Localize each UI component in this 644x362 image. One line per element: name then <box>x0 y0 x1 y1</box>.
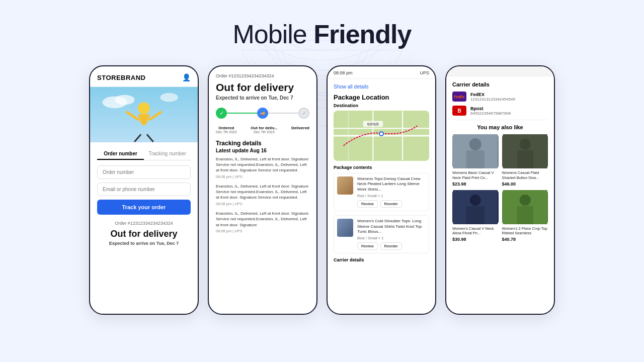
phone4-body: Carrier details FedEx FedEX 123123131233… <box>446 76 554 247</box>
svg-point-27 <box>519 139 530 150</box>
phone1-order-number: Order #12312334234234324 <box>97 221 191 226</box>
store-brand: STOREBRAND <box>97 74 146 81</box>
step-delivered-circle: ✓ <box>298 108 309 119</box>
package-item-1: Womens Tops Dressy Casual Crew Neck Plea… <box>334 173 429 211</box>
step-info-outfordelivery: Out for deliv... Dec 7th 2023 <box>251 126 277 134</box>
svg-rect-25 <box>466 150 485 168</box>
product-2: Womens Casual Plaid Shacket Button Dow..… <box>502 134 548 187</box>
carrier-details-title: Carrier details <box>452 81 548 87</box>
tab-tracking-number[interactable]: Tracking number <box>144 148 191 160</box>
phone1-status: Out for delivery <box>97 229 191 239</box>
product-3: Women's Casual V Neck Alicia Floral Pri.… <box>452 190 499 242</box>
carrier-fedex: FedEx FedEX 12312313123342454545 <box>452 92 548 102</box>
phone-1: STOREBRAND 👤 <box>89 65 199 315</box>
line-2 <box>268 113 298 114</box>
email-phone-input[interactable] <box>97 183 191 196</box>
item-2-variant: Blue / Small × 1 <box>357 236 426 240</box>
phone3-topbar: 08:08 pm UPS <box>328 66 435 79</box>
destination-label: Destination <box>334 103 429 108</box>
step-info-delivered: Delivered <box>291 126 309 134</box>
phone3-body: Show all details Package Location Destin… <box>328 79 435 267</box>
track-order-button[interactable]: Track your order <box>97 200 191 215</box>
phone2-order-number: Order #12312334234234324 <box>216 73 309 78</box>
item-1-name: Womens Tops Dressy Casual Crew Neck Plea… <box>357 176 426 192</box>
item-2-image <box>337 219 353 237</box>
phone2-body: Order #12312334234234324 Out for deliver… <box>209 66 316 245</box>
svg-rect-28 <box>517 150 533 168</box>
you-may-also-like-title: You may also like <box>452 124 548 130</box>
product-1-name: Womens Basic Casual V Neck Plaid Print C… <box>452 170 499 180</box>
phone1-header: STOREBRAND 👤 <box>90 66 198 87</box>
product-1-image <box>452 134 499 168</box>
step-info-ordered: Ordered Dec 7th 2023 <box>216 126 237 134</box>
product-2-name: Womens Casual Plaid Shacket Button Dow..… <box>502 170 548 180</box>
item-2-review-button[interactable]: Review <box>357 242 378 250</box>
item-2-name: Women's Cold Shoulder Tops: Long Sleeve … <box>357 219 426 234</box>
map-view: 地图地图 <box>334 111 429 161</box>
item-1-review-button[interactable]: Review <box>357 200 378 208</box>
svg-point-20 <box>380 132 383 135</box>
steps-labels: Ordered Dec 7th 2023 Out for deliv... De… <box>216 126 309 134</box>
show-all-details[interactable]: Show all details <box>334 84 429 89</box>
svg-rect-31 <box>466 206 485 224</box>
svg-point-24 <box>469 138 481 150</box>
fedex-info: FedEX 12312313123342454545 <box>470 92 515 102</box>
item-1-reorder-button[interactable]: Reorder <box>380 200 402 208</box>
progress-bar: ✓ 🚚 ✓ <box>216 108 309 119</box>
phone1-tabs: Order number Tracking number <box>97 148 191 160</box>
order-number-input[interactable] <box>97 165 191 179</box>
phone-2: Order #12312334234234324 Out for deliver… <box>208 65 317 315</box>
tab-order-number[interactable]: Order number <box>97 148 144 160</box>
phone1-eta: Expected to arrive on Tue, Dec 7 <box>97 241 191 246</box>
svg-point-6 <box>115 95 134 105</box>
latest-update: Latest update Aug 16 <box>216 148 309 153</box>
product-4-name: Women's 2 Piece Crop Top Ribbed Seamless <box>502 226 548 236</box>
user-icon: 👤 <box>182 73 191 81</box>
svg-point-7 <box>160 93 178 102</box>
package-location-title: Package Location <box>334 94 429 101</box>
phone2-eta: Expected to arrive on Tue, Dec 7 <box>216 95 309 101</box>
topbar-carrier: UPS <box>420 70 429 75</box>
phones-container: STOREBRAND 👤 <box>89 65 555 315</box>
topbar-time: 08:08 pm <box>334 70 353 75</box>
product-1: Womens Basic Casual V Neck Plaid Print C… <box>452 134 499 187</box>
item-1-variant: Red / Small × 1 <box>357 194 426 198</box>
svg-point-8 <box>138 102 150 114</box>
svg-rect-34 <box>517 206 533 224</box>
product-4: Women's 2 Piece Crop Top Ribbed Seamless… <box>502 190 548 242</box>
carrier-details-label: Carrier details <box>334 257 429 262</box>
product-2-price: $46.00 <box>502 182 548 187</box>
product-3-price: $30.98 <box>452 237 499 242</box>
product-4-price: $40.78 <box>502 237 548 242</box>
product-3-image <box>452 190 499 224</box>
item-1-image <box>337 176 353 195</box>
item-2-reorder-button[interactable]: Reorder <box>380 242 402 250</box>
product-3-name: Women's Casual V Neck Alicia Floral Pri.… <box>452 226 499 236</box>
product-1-price: $23.98 <box>452 182 499 187</box>
item-2-details: Women's Cold Shoulder Tops: Long Sleeve … <box>357 219 426 250</box>
package-contents-title: Package contents <box>334 165 429 170</box>
fedex-logo: FedEx <box>452 92 466 102</box>
tracking-event-1: Evanston, IL, Delivered, Left at front d… <box>216 156 309 179</box>
phone2-status: Out for delivery <box>216 81 309 94</box>
phone-3: 08:08 pm UPS Show all details Package Lo… <box>327 65 436 315</box>
page-title: Mobile Friendly <box>233 19 412 49</box>
svg-point-30 <box>470 195 481 206</box>
product-4-image <box>502 190 548 224</box>
phone1-body: Order number Tracking number Track your … <box>90 142 198 252</box>
hero-image <box>90 87 198 142</box>
products-grid: Womens Basic Casual V Neck Plaid Print C… <box>452 134 548 242</box>
tracking-event-3: Evanston, IL, Delivered, Left at front d… <box>216 211 309 234</box>
svg-point-33 <box>519 195 530 206</box>
phone-4: Carrier details FedEx FedEX 123123131233… <box>445 65 555 315</box>
tracking-details-title: Tracking details <box>216 140 309 147</box>
step-ordered-circle: ✓ <box>216 108 227 119</box>
line-1 <box>227 113 257 114</box>
item-1-actions: Review Reorder <box>357 200 426 208</box>
package-item-2: Women's Cold Shoulder Tops: Long Sleeve … <box>334 215 429 253</box>
step-outfordelivery-circle: 🚚 <box>257 108 268 119</box>
svg-text:地图地图: 地图地图 <box>366 123 379 126</box>
section-divider <box>452 120 548 120</box>
item-1-details: Womens Tops Dressy Casual Crew Neck Plea… <box>357 176 426 208</box>
tracking-event-2: Evanston, IL, Delivered, Left at front d… <box>216 184 309 207</box>
